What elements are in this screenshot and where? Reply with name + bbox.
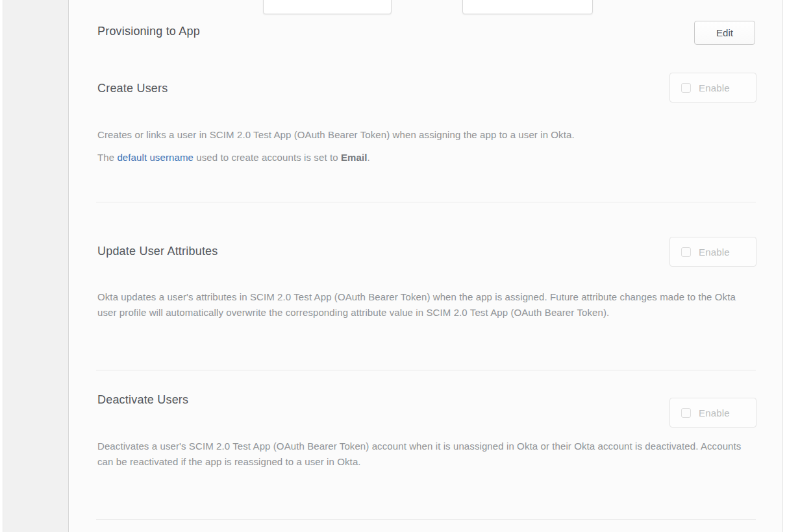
enable-label: Enable <box>699 82 730 93</box>
note-middle: used to create accounts is set to <box>194 152 341 163</box>
create-users-description: Creates or links a user in SCIM 2.0 Test… <box>97 127 757 143</box>
update-user-attributes-description: Okta updates a user's attributes in SCIM… <box>97 289 757 320</box>
left-sidebar <box>3 0 69 532</box>
enable-toggle-update-user-attributes[interactable]: Enable <box>669 237 756 267</box>
partial-input-box-2[interactable] <box>462 0 593 14</box>
section-title-create-users: Create Users <box>97 82 168 95</box>
page-title: Provisioning to App <box>97 25 200 38</box>
section-divider <box>96 202 756 202</box>
provisioning-settings-panel: Provisioning to App Edit Create Users En… <box>69 0 783 532</box>
create-users-note: The default username used to create acco… <box>97 150 757 165</box>
section-title-update-user-attributes: Update User Attributes <box>97 245 218 258</box>
enable-toggle-create-users[interactable]: Enable <box>669 73 756 103</box>
section-divider <box>96 519 756 520</box>
enable-label: Enable <box>699 407 730 418</box>
default-username-link[interactable]: default username <box>117 152 194 163</box>
checkbox-icon[interactable] <box>681 83 691 93</box>
edit-button[interactable]: Edit <box>694 21 755 45</box>
section-divider <box>96 370 756 370</box>
enable-label: Enable <box>699 247 730 258</box>
note-bold-value: Email <box>341 152 368 163</box>
deactivate-users-description: Deactivates a user's SCIM 2.0 Test App (… <box>97 439 757 470</box>
checkbox-icon[interactable] <box>681 408 691 418</box>
note-prefix: The <box>97 152 117 163</box>
partial-input-box-1[interactable] <box>263 0 392 14</box>
checkbox-icon[interactable] <box>681 247 691 257</box>
enable-toggle-deactivate-users[interactable]: Enable <box>669 398 756 428</box>
section-title-deactivate-users: Deactivate Users <box>97 393 188 407</box>
note-suffix: . <box>367 152 369 163</box>
